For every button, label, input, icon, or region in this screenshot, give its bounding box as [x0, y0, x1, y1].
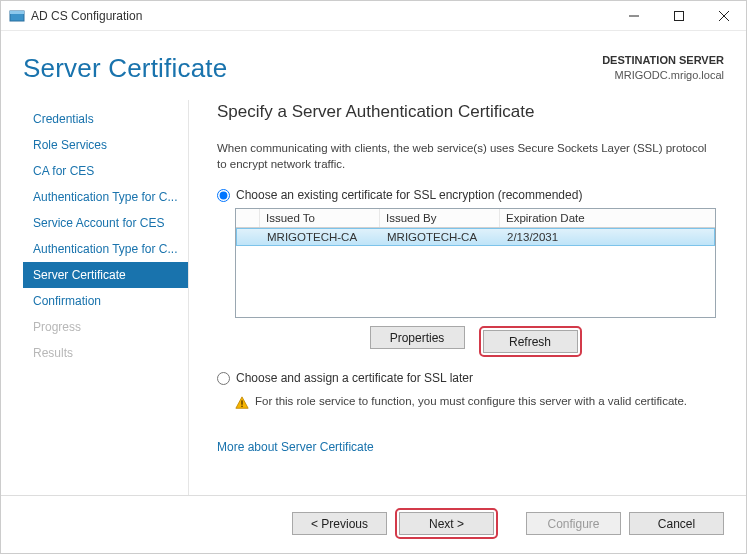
cell-issued-by: MRIGOTECH-CA [381, 229, 501, 245]
window-title: AD CS Configuration [31, 9, 142, 23]
option-existing-cert[interactable]: Choose an existing certificate for SSL e… [217, 188, 716, 202]
option-later-cert[interactable]: Choose and assign a certificate for SSL … [217, 371, 716, 385]
step-progress: Progress [23, 314, 188, 340]
grid-header-issued-by[interactable]: Issued By [380, 209, 500, 227]
step-auth-type-2[interactable]: Authentication Type for C... [23, 236, 188, 262]
refresh-highlight: Refresh [479, 326, 582, 357]
maximize-button[interactable] [656, 1, 701, 31]
warning-text: For this role service to function, you m… [255, 395, 687, 407]
grid-header: Issued To Issued By Expiration Date [236, 209, 715, 228]
step-auth-type-1[interactable]: Authentication Type for C... [23, 184, 188, 210]
step-service-account[interactable]: Service Account for CES [23, 210, 188, 236]
destination-block: DESTINATION SERVER MRIGODC.mrigo.local [602, 53, 724, 84]
step-role-services[interactable]: Role Services [23, 132, 188, 158]
minimize-button[interactable] [611, 1, 656, 31]
wizard-sidebar: Credentials Role Services CA for CES Aut… [23, 100, 189, 495]
refresh-button[interactable]: Refresh [483, 330, 578, 353]
radio-later[interactable] [217, 372, 230, 385]
grid-header-issued-to[interactable]: Issued To [260, 209, 380, 227]
step-ca-for-ces[interactable]: CA for CES [23, 158, 188, 184]
destination-label: DESTINATION SERVER [602, 53, 724, 68]
svg-rect-3 [674, 11, 683, 20]
page-title: Server Certificate [23, 53, 602, 84]
svg-rect-1 [10, 11, 24, 14]
properties-button[interactable]: Properties [370, 326, 465, 349]
grid-body: MRIGOTECH-CA MRIGOTECH-CA 2/13/2031 [236, 228, 715, 317]
page-header: Server Certificate DESTINATION SERVER MR… [1, 31, 746, 90]
cancel-button[interactable]: Cancel [629, 512, 724, 535]
app-icon [9, 8, 25, 24]
content-heading: Specify a Server Authentication Certific… [217, 102, 716, 122]
wizard-footer: < Previous Next > Configure Cancel [1, 495, 746, 553]
previous-button[interactable]: < Previous [292, 512, 387, 535]
wizard-content: Specify a Server Authentication Certific… [199, 100, 724, 495]
certificate-grid: Issued To Issued By Expiration Date MRIG… [235, 208, 716, 318]
row-selector [237, 229, 261, 245]
svg-rect-8 [241, 406, 242, 407]
step-results: Results [23, 340, 188, 366]
step-server-certificate[interactable]: Server Certificate [23, 262, 188, 288]
svg-rect-7 [241, 401, 242, 405]
titlebar: AD CS Configuration [1, 1, 746, 31]
option-later-label: Choose and assign a certificate for SSL … [236, 371, 473, 385]
grid-header-expiration[interactable]: Expiration Date [500, 209, 715, 227]
wizard-body: Credentials Role Services CA for CES Aut… [1, 90, 746, 495]
step-credentials[interactable]: Credentials [23, 106, 188, 132]
warning-icon [235, 396, 249, 412]
close-button[interactable] [701, 1, 746, 31]
cell-issued-to: MRIGOTECH-CA [261, 229, 381, 245]
content-description: When communicating with clients, the web… [217, 140, 716, 172]
more-about-link[interactable]: More about Server Certificate [217, 440, 716, 454]
warning-row: For this role service to function, you m… [235, 395, 716, 412]
certificate-row[interactable]: MRIGOTECH-CA MRIGOTECH-CA 2/13/2031 [236, 228, 715, 246]
option-existing-label: Choose an existing certificate for SSL e… [236, 188, 582, 202]
step-confirmation[interactable]: Confirmation [23, 288, 188, 314]
next-button[interactable]: Next > [399, 512, 494, 535]
next-highlight: Next > [395, 508, 498, 539]
grid-header-blank [236, 209, 260, 227]
destination-host: MRIGODC.mrigo.local [602, 68, 724, 83]
cert-buttons-row: Properties Refresh [235, 326, 716, 357]
cell-expiration: 2/13/2031 [501, 229, 714, 245]
configure-button: Configure [526, 512, 621, 535]
radio-existing[interactable] [217, 189, 230, 202]
